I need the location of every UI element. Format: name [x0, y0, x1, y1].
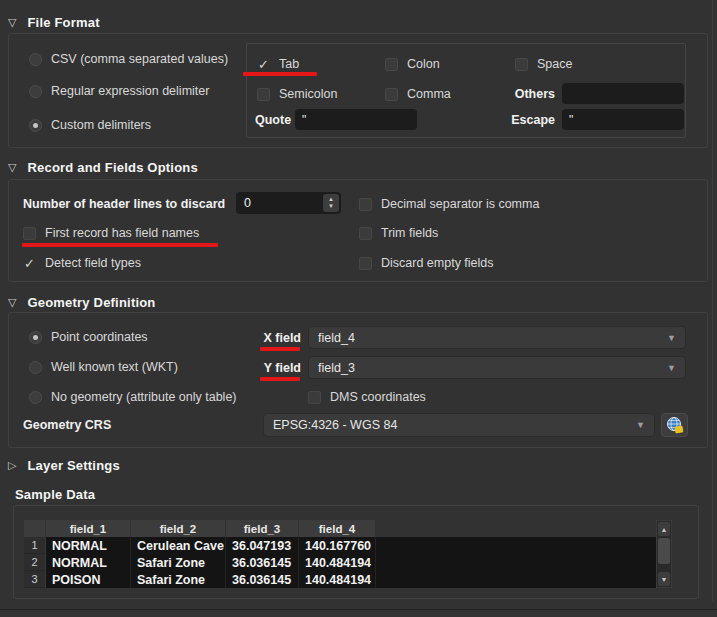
quote-label: Quote	[255, 113, 291, 127]
checkbox-decimal-separator-comma[interactable]: Decimal separator is comma	[359, 197, 539, 211]
collapse-right-icon[interactable]: ▷	[8, 460, 16, 471]
checkbox-icon	[257, 88, 270, 101]
spinner-value: 0	[236, 196, 251, 210]
checkbox-label: Discard empty fields	[381, 256, 494, 270]
geometry-panel: Point coordinates Well known text (WKT) …	[8, 312, 708, 448]
spin-down-icon[interactable]: ▼	[328, 203, 334, 210]
checkbox-icon	[359, 257, 372, 270]
header-lines-spinner[interactable]: 0 ▲ ▼	[236, 192, 341, 214]
table-cell: 140.484194	[299, 571, 376, 588]
x-field-label: X field	[259, 331, 301, 345]
checkbox-comma[interactable]: Comma	[385, 87, 451, 101]
radio-icon	[29, 361, 42, 374]
header-lines-label: Number of header lines to discard	[23, 197, 225, 211]
checkbox-first-record-has-field-names[interactable]: First record has field names	[23, 226, 199, 240]
delimited-text-dialog: ▽ File Format CSV (comma separated value…	[0, 0, 717, 617]
table-cell: 36.036145	[226, 554, 299, 571]
checkbox-label: DMS coordinates	[330, 390, 426, 404]
others-input[interactable]	[562, 83, 684, 104]
radio-icon	[29, 391, 42, 404]
section-geometry-definition[interactable]: ▽ Geometry Definition	[8, 294, 156, 310]
x-field-select[interactable]: field_4 ▼	[308, 326, 686, 349]
annotation-underline-y-field	[260, 377, 300, 381]
radio-no-geometry[interactable]: No geometry (attribute only table)	[29, 390, 237, 404]
chevron-down-icon: ▼	[667, 333, 676, 343]
table-cell: 140.167760	[299, 537, 376, 554]
checkbox-label: Detect field types	[45, 256, 141, 270]
column-header: field_1	[46, 520, 131, 537]
row-number: 2	[24, 554, 46, 571]
checkbox-label: Trim fields	[381, 226, 438, 240]
section-title: Geometry Definition	[27, 295, 155, 310]
checkbox-icon	[308, 391, 321, 404]
table-cell: NORMAL	[46, 554, 131, 571]
table-row: 3 POISON Safari Zone 36.036145 140.48419…	[24, 571, 376, 588]
scrollbar-thumb[interactable]	[658, 538, 670, 564]
table-header-row: field_1 field_2 field_3 field_4	[24, 520, 376, 537]
radio-csv[interactable]: CSV (comma separated values)	[29, 52, 228, 66]
escape-value: "	[569, 113, 573, 127]
checkbox-trim-fields[interactable]: Trim fields	[359, 226, 438, 240]
row-number: 3	[24, 571, 46, 588]
collapse-down-icon[interactable]: ▽	[8, 17, 16, 28]
checkbox-label: Tab	[279, 57, 299, 71]
checkmark-icon: ✓	[257, 58, 270, 71]
crs-picker-button[interactable]	[661, 413, 688, 437]
section-layer-settings[interactable]: ▷ Layer Settings	[8, 457, 120, 473]
radio-label: CSV (comma separated values)	[51, 52, 228, 66]
sample-data-title: Sample Data	[15, 487, 95, 502]
escape-label: Escape	[485, 113, 555, 127]
radio-label: Point coordinates	[51, 330, 148, 344]
section-record-options[interactable]: ▽ Record and Fields Options	[8, 159, 198, 175]
table-cell: 140.484194	[299, 554, 376, 571]
annotation-underline-first-record	[22, 243, 218, 247]
checkbox-label: Space	[537, 57, 572, 71]
chevron-down-icon: ▼	[667, 363, 676, 373]
geometry-crs-select[interactable]: EPSG:4326 - WGS 84 ▼	[263, 413, 655, 437]
y-field-label: Y field	[259, 361, 301, 375]
column-header: field_3	[226, 520, 299, 537]
collapse-down-icon[interactable]: ▽	[8, 297, 16, 308]
radio-label: Well known text (WKT)	[51, 360, 178, 374]
checkbox-space[interactable]: Space	[515, 57, 572, 71]
checkbox-icon	[515, 58, 528, 71]
section-file-format[interactable]: ▽ File Format	[8, 14, 100, 30]
y-field-select[interactable]: field_3 ▼	[308, 356, 686, 379]
spinner-buttons[interactable]: ▲ ▼	[323, 194, 339, 212]
column-header: field_4	[299, 520, 376, 537]
sample-data-header: Sample Data	[15, 486, 95, 502]
collapse-down-icon[interactable]: ▽	[8, 162, 16, 173]
radio-icon	[29, 85, 42, 98]
checkbox-label: Colon	[407, 57, 440, 71]
checkbox-label: Decimal separator is comma	[381, 197, 539, 211]
checkbox-icon	[359, 227, 372, 240]
radio-wkt[interactable]: Well known text (WKT)	[29, 360, 178, 374]
globe-crs-icon	[666, 416, 684, 434]
radio-label: Regular expression delimiter	[51, 84, 209, 98]
checkbox-label: Semicolon	[279, 87, 337, 101]
row-number: 1	[24, 537, 46, 554]
radio-regex-delimiter[interactable]: Regular expression delimiter	[29, 84, 209, 98]
crs-value: EPSG:4326 - WGS 84	[273, 418, 397, 432]
annotation-underline-x-field	[260, 347, 300, 351]
table-scrollbar[interactable]: ▲ ▼	[656, 520, 672, 588]
record-options-panel: Number of header lines to discard 0 ▲ ▼ …	[8, 179, 708, 282]
checkbox-colon[interactable]: Colon	[385, 57, 440, 71]
bottom-divider	[0, 609, 717, 617]
checkbox-tab[interactable]: ✓ Tab	[257, 57, 299, 71]
table-cell: POISON	[46, 571, 131, 588]
checkbox-semicolon[interactable]: Semicolon	[257, 87, 337, 101]
sample-data-table: field_1 field_2 field_3 field_4 1 NORMAL…	[24, 520, 376, 588]
checkbox-detect-field-types[interactable]: ✓ Detect field types	[23, 256, 141, 270]
checkbox-dms-coordinates[interactable]: DMS coordinates	[308, 390, 426, 404]
checkbox-icon	[23, 227, 36, 240]
scroll-down-icon[interactable]: ▼	[658, 572, 670, 586]
checkbox-discard-empty-fields[interactable]: Discard empty fields	[359, 256, 494, 270]
radio-point-coordinates[interactable]: Point coordinates	[29, 330, 148, 344]
radio-custom-delimiters[interactable]: Custom delimiters	[29, 118, 151, 132]
escape-input[interactable]: "	[562, 109, 684, 130]
quote-input[interactable]: "	[295, 109, 417, 130]
spin-up-icon[interactable]: ▲	[328, 196, 334, 203]
scroll-up-icon[interactable]: ▲	[658, 522, 670, 536]
checkbox-icon	[359, 198, 372, 211]
